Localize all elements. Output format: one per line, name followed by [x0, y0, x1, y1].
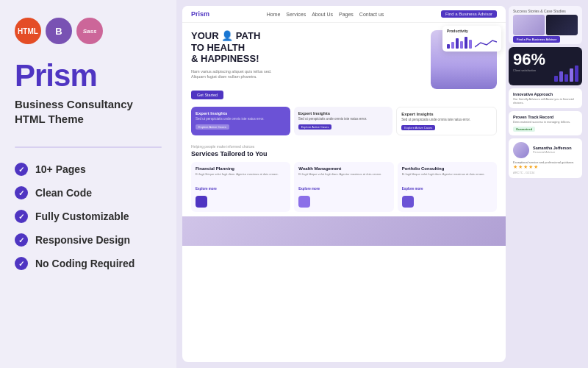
brand-name: Prism: [15, 60, 162, 91]
divider: [15, 146, 162, 148]
check-icon: [15, 163, 28, 176]
hero-text: YOUR 👤 PATH TO HEALTH & HAPPINESS! Nam v…: [191, 30, 425, 99]
feature-label: 10+ Pages: [35, 163, 86, 175]
person-meta: ARC7C - G2134: [513, 171, 578, 174]
stat-bar-3: [564, 74, 568, 82]
person-info: Samantha Jefferson Financial Advisor: [533, 146, 572, 154]
insight-btn-1[interactable]: Explore Active Cases: [196, 124, 229, 130]
insight-card-white: Expert Insights Sed ut perspiciatis unde…: [396, 107, 497, 135]
feature-label: Fully Customizable: [35, 210, 129, 222]
person-role: Financial Advisor: [533, 150, 572, 154]
feature-item: 10+ Pages: [15, 163, 162, 176]
explore-link-1[interactable]: Explore more: [196, 187, 217, 191]
feature-label: Responsive Design: [35, 234, 130, 246]
check-icon: [15, 186, 28, 199]
innovative-card: Innovative Approach Our friendly Advisor…: [509, 88, 582, 108]
bar-3: [456, 38, 459, 49]
track-desc: Demonstrated success in managing billion…: [513, 120, 578, 124]
right-panel: Prism Home Services About Us Pages Conta…: [176, 0, 588, 368]
hero-cta-button[interactable]: Get Started: [191, 91, 223, 99]
insight-btn-2[interactable]: Explore Active Cases: [298, 124, 332, 130]
financial-icon: [196, 196, 207, 208]
feature-item: Clean Code: [15, 186, 162, 199]
mini-chart: [447, 35, 497, 49]
service-card-3: Portfolio Consulting Et fugit libique vo…: [398, 162, 497, 212]
stat-bar-4: [570, 68, 573, 82]
features-list: 10+ Pages Clean Code Fully Customizable …: [15, 163, 162, 270]
track-card: Proven Track Record Demonstrated success…: [509, 111, 582, 135]
feature-item: Fully Customizable: [15, 210, 162, 223]
service-card-1: Financial Planning Et fugit libique volu…: [191, 162, 290, 212]
stat-bar-5: [575, 66, 578, 82]
bar-4: [460, 41, 463, 49]
side-panel: Success Stories & Case Studies Find a Pr…: [509, 6, 582, 362]
bar-6: [469, 40, 472, 49]
explore-link-2[interactable]: Explore more: [298, 187, 320, 191]
find-advisor-button[interactable]: Find a Business Advisor: [441, 10, 497, 18]
services-section: Helping people make informed choices Ser…: [182, 140, 506, 216]
person-review-card: Samantha Jefferson Financial Advisor Exc…: [509, 138, 582, 179]
bar-1: [447, 44, 450, 49]
feature-item: Responsive Design: [15, 233, 162, 247]
bottom-strip: [182, 216, 506, 246]
bar-5: [465, 37, 467, 49]
tech-badges: HTML B Sass: [15, 18, 162, 44]
avatar: [513, 142, 529, 158]
html-badge: HTML: [15, 18, 41, 44]
star-rating: ★★★★★: [513, 164, 578, 170]
bootstrap-badge: B: [46, 18, 72, 44]
find-pro-button[interactable]: Find a Pro Business Advisor: [513, 36, 560, 43]
main-preview: Prism Home Services About Us Pages Conta…: [182, 6, 506, 362]
check-icon: [15, 257, 28, 270]
track-tag: Guaranteed: [513, 127, 535, 132]
check-icon: [15, 233, 28, 247]
services-label: Helping people make informed choices: [191, 144, 497, 149]
innovative-desc: Our friendly Advisors will Assist you in…: [513, 97, 578, 105]
service-card-2: Wealth Management Et fugit libique volut…: [294, 162, 393, 212]
stat-bar-1: [554, 76, 558, 82]
preview-nav-links: Home Services About Us Pages Contact us: [267, 12, 384, 17]
insight-card-purple: Expert Insights Sed ut perspiciatis unde…: [191, 107, 290, 135]
insight-card-light: Expert Insights Sed ut perspiciatis unde…: [294, 107, 393, 135]
top-images: [513, 15, 578, 35]
preview-logo: Prism: [191, 10, 209, 18]
sass-badge: Sass: [76, 18, 103, 44]
find-btn-container: Find a Pro Business Advisor: [513, 38, 578, 41]
productivity-card: Productivity: [442, 26, 501, 52]
preview-navbar: Prism Home Services About Us Pages Conta…: [182, 6, 506, 23]
hero-title: YOUR 👤 PATH TO HEALTH & HAPPINESS!: [191, 30, 425, 65]
bottom-image: [182, 216, 506, 246]
stat-card: 96% Client satisfaction: [509, 47, 582, 85]
trend-line-icon: [475, 38, 497, 49]
brand-subtitle: Business Consultancy HTML Theme: [15, 97, 162, 126]
person-row: Samantha Jefferson Financial Advisor: [513, 142, 578, 158]
top-strip: Success Stories & Case Studies Find a Pr…: [509, 6, 582, 44]
feature-item: No Coding Required: [15, 257, 162, 270]
services-title: Services Tailored to You: [191, 150, 497, 158]
services-grid: Financial Planning Et fugit libique volu…: [191, 162, 497, 212]
insight-btn-3[interactable]: Explore Active Cases: [401, 125, 435, 130]
top-strip-label: Success Stories & Case Studies: [513, 9, 578, 13]
top-image-2: [546, 15, 578, 35]
bar-2: [451, 42, 454, 49]
left-panel: HTML B Sass Prism Business Consultancy H…: [0, 0, 176, 368]
check-icon: [15, 210, 28, 223]
cards-row: Expert Insights Sed ut perspiciatis unde…: [182, 104, 506, 140]
track-title: Proven Track Record: [513, 115, 578, 119]
feature-label: Clean Code: [35, 187, 92, 199]
explore-link-3[interactable]: Explore more: [402, 187, 423, 191]
brand-logo: Prism: [15, 60, 162, 91]
stat-bars: [554, 66, 578, 82]
feature-label: No Coding Required: [35, 258, 135, 269]
hero-desc: Nam varius adipiscing aliquet quis tellu…: [191, 69, 279, 80]
top-image-1: [513, 15, 545, 35]
preview-hero: YOUR 👤 PATH TO HEALTH & HAPPINESS! Nam v…: [182, 23, 506, 104]
wealth-icon: [298, 196, 310, 208]
portfolio-icon: [402, 196, 414, 208]
innovative-title: Innovative Approach: [513, 92, 578, 96]
stat-bar-2: [559, 71, 563, 82]
